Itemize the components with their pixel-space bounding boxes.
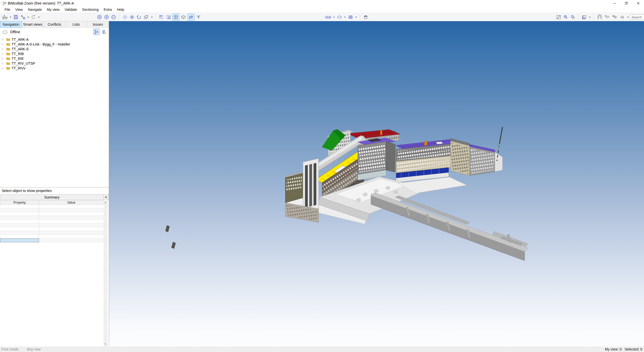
zoom-selection-button[interactable] xyxy=(569,14,576,21)
tab-lists[interactable]: Lists xyxy=(65,21,87,28)
reset-view-button[interactable] xyxy=(136,14,142,21)
menu-item-extra[interactable]: Extra xyxy=(101,7,114,12)
add-section-plane-button[interactable] xyxy=(604,14,611,21)
tab-conflicts[interactable]: Conflicts xyxy=(44,21,65,28)
measure-length-dropdown[interactable]: ▾ xyxy=(332,14,335,21)
property-row[interactable] xyxy=(0,205,104,208)
close-button[interactable] xyxy=(632,0,644,7)
measure-length-button[interactable] xyxy=(324,14,332,21)
tab-navigation[interactable]: Navigation xyxy=(0,21,22,28)
sync-dropdown[interactable]: ▾ xyxy=(37,14,40,21)
property-row[interactable] xyxy=(0,212,104,216)
property-row[interactable] xyxy=(0,223,104,227)
property-row[interactable] xyxy=(0,208,104,212)
property-row-selected[interactable] xyxy=(0,239,104,242)
tree-item[interactable]: ▷TT_RIVv xyxy=(0,66,109,70)
spin-mode-icon xyxy=(122,15,127,20)
section-box-button[interactable] xyxy=(172,14,179,21)
zoom-in-button[interactable] xyxy=(103,14,110,21)
tree-item[interactable]: ▷TT_RIE xyxy=(0,56,109,61)
restore-button[interactable] xyxy=(620,0,632,7)
section-planes-dropdown[interactable]: ▾ xyxy=(626,14,629,21)
open-model-dropdown[interactable]: ▾ xyxy=(9,14,12,21)
menu-item-validate[interactable]: Validate xyxy=(62,7,80,12)
zoom-selection-icon xyxy=(570,15,575,20)
fit-view-button[interactable] xyxy=(555,14,562,21)
tab-issues[interactable]: Issues xyxy=(87,21,109,28)
tree-item[interactable]: ▷TT_ARK-A xyxy=(0,37,109,42)
tree-item[interactable]: ▷TT_RIB xyxy=(0,51,109,56)
menu-item-file[interactable]: File xyxy=(2,7,13,12)
walk-button[interactable] xyxy=(195,14,202,21)
expand-icon[interactable]: ▷ xyxy=(2,43,5,46)
buy-now-link[interactable]: Buy now xyxy=(27,347,41,351)
summary-bar[interactable]: Summary > xyxy=(0,194,109,200)
summary-expand-chevron[interactable]: > xyxy=(103,194,108,200)
select-rect-alt-button[interactable] xyxy=(165,14,172,21)
summary-label: Summary xyxy=(1,195,103,199)
zoom-extents-button[interactable] xyxy=(96,14,103,21)
tree-view-icon xyxy=(94,30,99,34)
properties-scrollbar[interactable]: ▲ ▼ xyxy=(104,201,108,346)
property-row[interactable] xyxy=(0,231,104,235)
expand-icon[interactable]: ▷ xyxy=(2,52,5,55)
zoom-out-button[interactable] xyxy=(110,14,117,21)
scroll-up-icon[interactable]: ▲ xyxy=(104,201,108,204)
property-row[interactable] xyxy=(0,216,104,220)
tree-view-button[interactable] xyxy=(93,29,99,35)
expand-icon[interactable]: ▷ xyxy=(2,62,5,65)
search-input[interactable] xyxy=(630,15,644,20)
merge-models-icon xyxy=(20,15,25,20)
folder-icon xyxy=(6,52,10,55)
remove-section-plane-button[interactable] xyxy=(611,14,618,21)
tree-item[interactable]: ▷TT_ARK-A-0-Link - Bygg_F - Hotellet xyxy=(0,42,109,47)
saved-views-button[interactable] xyxy=(143,14,150,21)
minimize-button[interactable] xyxy=(608,0,620,7)
measure-lines-dropdown[interactable]: ▾ xyxy=(355,14,358,21)
expand-icon[interactable]: ▷ xyxy=(2,67,5,69)
grid-view-button[interactable] xyxy=(101,29,107,35)
section-planes-button[interactable] xyxy=(619,14,626,21)
merge-models-dropdown[interactable]: ▾ xyxy=(27,14,30,21)
hide-cube-dropdown[interactable]: ▾ xyxy=(588,14,591,21)
zoom-window-button[interactable] xyxy=(562,14,569,21)
hide-cube-button[interactable] xyxy=(581,14,588,21)
save-button[interactable] xyxy=(13,14,19,21)
column-header-value[interactable]: Value xyxy=(39,201,104,205)
column-header-property[interactable]: Property xyxy=(0,201,39,205)
menu-item-navigate[interactable]: Navigate xyxy=(25,7,44,12)
clip-arch-icon xyxy=(597,15,602,20)
menu-item-help[interactable]: Help xyxy=(114,7,127,12)
measure-area-button[interactable] xyxy=(336,14,343,21)
orbit-button[interactable] xyxy=(187,14,194,21)
sync-button[interactable] xyxy=(30,14,37,21)
menu-item-my-view[interactable]: My view xyxy=(44,7,62,12)
tree-item[interactable]: ▷TT_RIV_UTSP xyxy=(0,61,109,66)
spin-mode-alt-button[interactable] xyxy=(129,14,135,21)
menu-item-sectioning[interactable]: Sectioning xyxy=(80,7,101,12)
tree-item[interactable]: ▷TT_ARK-S xyxy=(0,47,109,51)
merge-models-button[interactable] xyxy=(20,14,26,21)
side-panel: Navigation Smart views Conflicts Lists I… xyxy=(0,21,109,346)
scroll-down-icon[interactable]: ▼ xyxy=(104,342,108,346)
property-row[interactable] xyxy=(0,220,104,223)
expand-icon[interactable]: ▷ xyxy=(2,38,5,41)
viewport-3d[interactable] xyxy=(109,21,644,346)
open-model-button[interactable] xyxy=(2,14,9,21)
expand-icon[interactable]: ▷ xyxy=(2,57,5,60)
cube-view-button[interactable] xyxy=(180,14,187,21)
property-row[interactable] xyxy=(0,235,104,239)
spin-mode-button[interactable] xyxy=(122,14,128,21)
saved-views-dropdown[interactable]: ▾ xyxy=(150,14,153,21)
expand-icon[interactable]: ▷ xyxy=(2,48,5,50)
walk-icon xyxy=(196,15,201,20)
clip-arch-button[interactable] xyxy=(596,14,603,21)
measure-lines-button[interactable] xyxy=(347,14,354,21)
select-rect-button[interactable] xyxy=(158,14,165,21)
menu-item-view[interactable]: View xyxy=(13,7,25,12)
property-row[interactable] xyxy=(0,227,104,231)
measure-area-dropdown[interactable]: ▾ xyxy=(344,14,347,21)
toolbar-group-section: ▾ ▾ xyxy=(555,13,644,21)
paint-bucket-button[interactable] xyxy=(362,14,369,21)
tab-smart-views[interactable]: Smart views xyxy=(22,21,44,28)
